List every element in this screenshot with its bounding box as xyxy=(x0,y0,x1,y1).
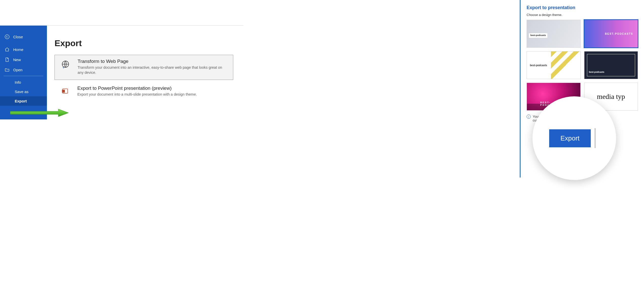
option-export-powerpoint[interactable]: Export to PowerPoint presentation (previ… xyxy=(55,85,233,97)
backstage-sidebar: Close Home New Open Info Save as xyxy=(0,26,47,119)
sidebar-info-label: Info xyxy=(15,80,21,84)
option-ppt-title: Export to PowerPoint presentation (previ… xyxy=(77,85,197,91)
theme-option-4[interactable]: best-podcasts xyxy=(584,51,638,79)
sidebar-close[interactable]: Close xyxy=(0,32,47,44)
export-button[interactable]: Export xyxy=(549,129,591,147)
option-transform-web[interactable]: Transform to Web Page Transform your doc… xyxy=(55,55,233,80)
theme-1-label: best-podcasts xyxy=(529,33,547,38)
option-ppt-desc: Export your document into a multi-slide … xyxy=(77,92,197,97)
powerpoint-icon xyxy=(60,85,71,97)
new-doc-icon xyxy=(5,57,10,62)
sidebar-close-label: Close xyxy=(13,35,23,39)
word-backstage: Close Home New Open Info Save as xyxy=(0,25,243,119)
theme-6-label: media typ xyxy=(597,93,625,101)
panel-title: Export to presentation xyxy=(527,5,638,10)
sidebar-info[interactable]: Info xyxy=(0,78,47,87)
export-page: Export Transform to Web Page Transform y… xyxy=(47,26,243,119)
svg-point-0 xyxy=(5,35,9,39)
back-arrow-icon xyxy=(5,34,10,39)
sidebar-export[interactable]: Export xyxy=(0,96,47,106)
home-icon xyxy=(5,47,10,52)
option-web-desc: Transform your document into an interact… xyxy=(78,65,228,75)
info-icon: i xyxy=(527,115,531,119)
globe-icon xyxy=(60,59,71,70)
option-web-text: Transform to Web Page Transform your doc… xyxy=(78,59,228,75)
sidebar-home[interactable]: Home xyxy=(0,44,47,55)
option-ppt-text: Export to PowerPoint presentation (previ… xyxy=(77,85,197,97)
secondary-button-fragment xyxy=(595,128,599,148)
sidebar-open-label: Open xyxy=(13,68,23,72)
page-title: Export xyxy=(55,38,233,48)
open-folder-icon xyxy=(5,67,10,72)
sidebar-new-label: New xyxy=(13,58,21,62)
theme-2-label: BEST-PODCASTS xyxy=(605,32,633,35)
sidebar-open[interactable]: Open xyxy=(0,65,47,75)
svg-rect-3 xyxy=(62,90,65,93)
theme-option-2[interactable]: BEST-PODCASTS xyxy=(584,20,638,48)
theme-option-3[interactable]: best-podcasts xyxy=(527,51,581,79)
sidebar-new[interactable]: New xyxy=(0,55,47,65)
theme-3-label: best-podcasts xyxy=(530,64,547,67)
sidebar-saveas-label: Save as xyxy=(15,90,28,94)
zoom-callout: Export xyxy=(532,96,616,180)
panel-subtitle: Choose a design theme. xyxy=(527,13,638,17)
sidebar-save-as[interactable]: Save as xyxy=(0,87,47,96)
option-web-title: Transform to Web Page xyxy=(78,59,228,64)
sidebar-home-label: Home xyxy=(13,47,23,52)
sidebar-export-label: Export xyxy=(15,99,27,103)
sidebar-divider xyxy=(4,76,43,76)
theme-option-1[interactable]: best-podcasts xyxy=(527,20,581,48)
theme-4-label: best-podcasts xyxy=(589,71,604,73)
